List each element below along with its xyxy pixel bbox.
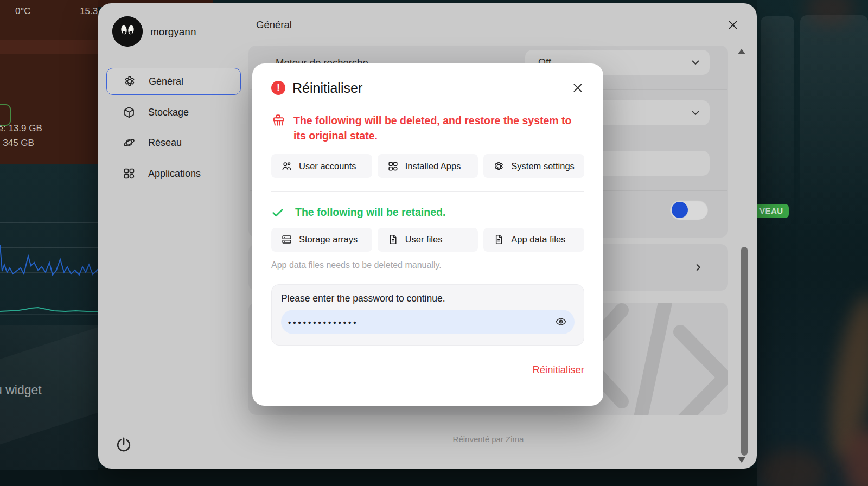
chevron-down-icon (689, 106, 702, 119)
delete-warning-text: The following will be deleted, and resto… (293, 113, 584, 143)
drive-status-icon (0, 104, 11, 126)
gear-icon (123, 75, 136, 88)
sidebar-item-label: Stockage (148, 107, 189, 118)
delete-items-row: User accounts Installed Apps System sett… (271, 154, 584, 178)
toggle-password-visibility-button[interactable] (555, 316, 567, 328)
planet-icon (123, 136, 136, 149)
users-icon (281, 161, 292, 172)
wallpaper-wedge (0, 320, 98, 444)
dialog-footer: Réinitialiser (271, 364, 584, 376)
chip-storage-arrays: Storage arrays (271, 228, 372, 252)
new-badge: VEAU (753, 204, 789, 218)
avatar-eyes-graphic (112, 16, 143, 47)
chip-label: System settings (511, 161, 574, 171)
manual-delete-note: App data files needs to be deleted manua… (271, 260, 584, 270)
file-icon (387, 234, 399, 245)
desktop-lower-area (0, 325, 98, 470)
retain-heading-row: The following will be retained. (271, 206, 584, 219)
sidebar-item-label: Réseau (148, 137, 182, 149)
server-icon (281, 234, 292, 245)
power-button[interactable] (115, 436, 132, 453)
desktop-bottom-left (0, 470, 98, 486)
toggle-knob (672, 202, 688, 218)
network-chart-widget (0, 164, 98, 325)
power-icon (115, 436, 132, 453)
chip-label: Storage arrays (299, 234, 358, 245)
desktop-right-strip (757, 0, 868, 486)
desktop-left-strip: 0°C 15.3 sé: 13.9 GB l: 345 GB kB/s u wi… (0, 0, 98, 486)
password-label: Please enter the password to continue. (281, 293, 575, 304)
scroll-up-arrow[interactable] (738, 49, 745, 54)
alert-icon: ! (271, 81, 285, 95)
sidebar-item-network[interactable]: Réseau (106, 129, 241, 156)
background-panel (800, 15, 868, 270)
avatar[interactable] (112, 16, 143, 47)
chip-app-data-files: App data files (483, 228, 584, 252)
apps-grid-icon (387, 161, 399, 172)
background-panel (761, 16, 794, 271)
storage-used-fragment: sé: 13.9 GB (0, 123, 42, 134)
chip-label: User accounts (299, 161, 356, 171)
add-widget-hint-fragment: u widget (0, 383, 42, 398)
sidebar-item-general[interactable]: Général (106, 68, 241, 95)
retain-heading-text: The following will be retained. (295, 206, 445, 219)
dialog-title: Réinitialiser (292, 80, 571, 96)
sidebar-item-label: Général (149, 76, 183, 87)
chevron-down-icon (689, 56, 702, 69)
chip-label: Installed Apps (405, 161, 461, 171)
box-icon (123, 106, 136, 119)
page-title: Général (256, 19, 292, 31)
window-close-button[interactable] (726, 18, 739, 31)
plant-blur (757, 449, 827, 486)
sidebar-item-applications[interactable]: Applications (106, 160, 241, 187)
storage-total-fragment: l: 345 GB (0, 138, 34, 149)
close-icon (726, 18, 739, 31)
chevron-right-icon (692, 261, 704, 273)
dialog-header: ! Réinitialiser (271, 77, 584, 99)
system-monitor-widget: 0°C 15.3 sé: 13.9 GB l: 345 GB (0, 0, 98, 164)
chip-label: User files (405, 234, 443, 245)
retain-items-row: Storage arrays User files App data files (271, 228, 584, 252)
sidebar-item-label: Applications (148, 168, 201, 180)
close-icon (571, 81, 584, 94)
scrollbar-thumb[interactable] (741, 247, 748, 456)
chip-label: App data files (511, 234, 565, 245)
password-input[interactable]: •••••••••••••• (281, 310, 575, 334)
gear-icon (493, 161, 505, 172)
desktop-bottom-band (0, 468, 868, 486)
scroll-down-arrow[interactable] (738, 457, 745, 463)
username-label: morgyann (150, 26, 196, 38)
dialog-close-button[interactable] (571, 81, 584, 94)
chip-user-files: User files (378, 228, 478, 252)
delete-warning-row: The following will be deleted, and resto… (271, 113, 584, 143)
file-icon (493, 234, 505, 245)
window-footer-text: Réinventé par Zima (248, 434, 728, 444)
widget-band (0, 40, 98, 54)
eye-icon (555, 316, 567, 328)
setting-toggle[interactable] (670, 200, 708, 220)
check-icon (271, 206, 284, 219)
password-value: •••••••••••••• (288, 317, 555, 327)
temperature-fragment: 0°C (15, 6, 31, 17)
network-sparkline (0, 164, 98, 325)
sidebar-item-storage[interactable]: Stockage (106, 99, 241, 126)
apps-grid-icon (123, 167, 136, 180)
password-section: Please enter the password to continue. •… (271, 284, 584, 346)
brush-icon (271, 113, 286, 128)
chip-installed-apps: Installed Apps (378, 154, 478, 178)
chip-system-settings: System settings (483, 154, 584, 178)
reset-confirm-button[interactable]: Réinitialiser (532, 364, 584, 376)
reset-dialog: ! Réinitialiser The following will be de… (252, 63, 603, 406)
reading-fragment: 15.3 (80, 6, 98, 17)
divider (271, 191, 584, 192)
chip-user-accounts: User accounts (271, 154, 372, 178)
